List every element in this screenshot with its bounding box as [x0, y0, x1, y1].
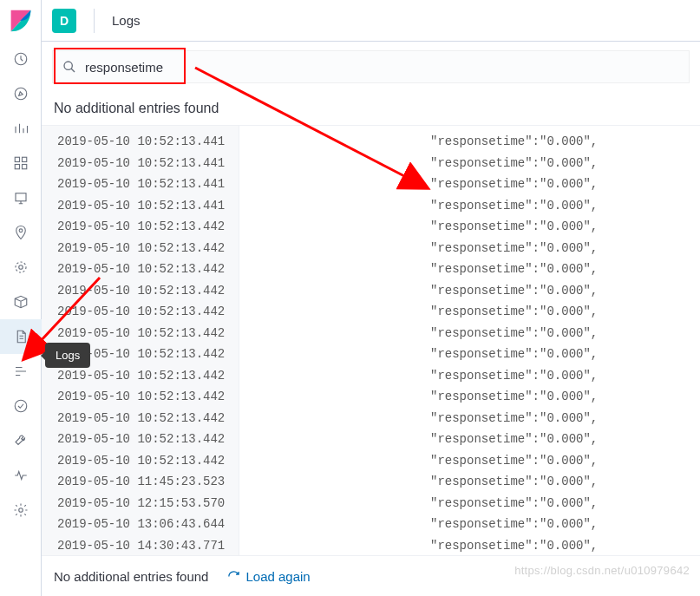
log-timestamp: 2019-05-10 11:45:23.523	[57, 471, 239, 493]
svg-rect-5	[15, 165, 19, 169]
dashboard-icon[interactable]	[0, 146, 42, 180]
canvas-icon[interactable]	[0, 180, 42, 215]
log-timestamp: 2019-05-10 10:52:13.441	[57, 174, 239, 195]
log-message: "responsetime":"0.000",	[248, 365, 700, 387]
log-timestamp: 2019-05-10 10:52:13.442	[57, 450, 239, 472]
space-badge[interactable]: D	[52, 9, 76, 33]
log-timestamp: 2019-05-10 10:52:13.442	[57, 386, 239, 408]
message-column: "responsetime":"0.000","responsetime":"0…	[239, 126, 700, 555]
log-timestamp: 2019-05-10 10:52:13.442	[57, 280, 239, 302]
svg-point-9	[18, 265, 23, 270]
log-stream[interactable]: 2019-05-10 10:52:13.4412019-05-10 10:52:…	[42, 126, 700, 556]
log-message: "responsetime":"0.000",	[248, 259, 700, 280]
log-message: "responsetime":"0.000",	[248, 408, 700, 429]
log-timestamp: 2019-05-10 10:52:13.441	[57, 195, 239, 217]
log-timestamp: 2019-05-10 13:06:43.644	[57, 514, 239, 535]
logs-icon[interactable]	[0, 319, 42, 354]
left-nav	[0, 0, 42, 596]
log-message: "responsetime":"0.000",	[248, 493, 700, 514]
search-bar[interactable]	[52, 50, 690, 83]
logs-tooltip: Logs	[45, 343, 90, 368]
infra-icon[interactable]	[0, 285, 42, 319]
log-message: "responsetime":"0.000",	[248, 131, 700, 153]
no-entries-bottom: No additional entries found	[54, 569, 208, 584]
svg-rect-6	[22, 165, 26, 169]
log-message: "responsetime":"0.000",	[248, 301, 700, 323]
devtools-icon[interactable]	[0, 423, 42, 458]
search-wrap	[42, 42, 700, 92]
refresh-icon	[227, 570, 240, 583]
search-icon	[62, 60, 76, 74]
monitoring-icon[interactable]	[0, 458, 42, 493]
log-timestamp: 2019-05-10 10:52:13.442	[57, 259, 239, 280]
log-timestamp: 2019-05-10 14:30:43.771	[57, 535, 239, 557]
log-timestamp: 2019-05-10 10:52:13.442	[57, 408, 239, 429]
log-message: "responsetime":"0.000",	[248, 471, 700, 493]
log-message: "responsetime":"0.000",	[248, 280, 700, 302]
maps-icon[interactable]	[0, 215, 42, 250]
divider	[94, 9, 95, 33]
log-timestamp: 2019-05-10 10:52:13.441	[57, 153, 239, 174]
svg-point-13	[64, 62, 72, 69]
log-message: "responsetime":"0.000",	[248, 153, 700, 174]
log-message: "responsetime":"0.000",	[248, 386, 700, 408]
log-message: "responsetime":"0.000",	[248, 323, 700, 344]
search-input[interactable]	[85, 60, 679, 75]
ml-icon[interactable]	[0, 250, 42, 285]
log-timestamp: 2019-05-10 10:52:13.442	[57, 323, 239, 344]
main-content: D Logs No additional entries found 2019-…	[42, 0, 700, 596]
apm-icon[interactable]	[0, 354, 42, 389]
log-timestamp: 2019-05-10 10:52:13.442	[57, 301, 239, 323]
log-timestamp: 2019-05-10 10:52:13.441	[57, 131, 239, 153]
log-message: "responsetime":"0.000",	[248, 450, 700, 472]
log-timestamp: 2019-05-10 10:52:13.442	[57, 429, 239, 450]
load-again-button[interactable]: Load again	[227, 569, 310, 584]
log-message: "responsetime":"0.000",	[248, 344, 700, 365]
log-message: "responsetime":"0.000",	[248, 238, 700, 259]
log-timestamp: 2019-05-10 10:52:13.442	[57, 238, 239, 259]
watermark: https://blog.csdn.net/u010979642	[514, 564, 690, 577]
log-message: "responsetime":"0.000",	[248, 195, 700, 217]
breadcrumb[interactable]: Logs	[112, 13, 141, 28]
svg-point-2	[15, 88, 27, 100]
svg-rect-7	[16, 193, 26, 201]
log-timestamp: 2019-05-10 10:52:13.442	[57, 216, 239, 238]
recent-icon[interactable]	[0, 42, 42, 76]
svg-point-12	[18, 508, 23, 513]
top-bar: D Logs	[42, 0, 700, 42]
svg-rect-3	[15, 157, 19, 161]
visualize-icon[interactable]	[0, 111, 42, 146]
kibana-logo[interactable]	[0, 0, 42, 42]
log-message: "responsetime":"0.000",	[248, 535, 700, 556]
management-icon[interactable]	[0, 493, 42, 527]
log-message: "responsetime":"0.000",	[248, 216, 700, 238]
svg-point-11	[15, 400, 27, 412]
no-entries-top: No additional entries found	[42, 92, 700, 126]
timestamp-column: 2019-05-10 10:52:13.4412019-05-10 10:52:…	[42, 126, 239, 555]
log-message: "responsetime":"0.000",	[248, 514, 700, 535]
log-timestamp: 2019-05-10 10:52:13.442	[57, 365, 239, 387]
svg-point-8	[19, 229, 23, 233]
load-again-label: Load again	[245, 569, 310, 584]
log-message: "responsetime":"0.000",	[248, 429, 700, 450]
log-timestamp: 2019-05-10 12:15:53.570	[57, 493, 239, 514]
svg-rect-4	[22, 157, 26, 161]
uptime-icon[interactable]	[0, 389, 42, 423]
log-message: "responsetime":"0.000",	[248, 174, 700, 195]
svg-point-10	[16, 262, 26, 272]
discover-icon[interactable]	[0, 76, 42, 111]
